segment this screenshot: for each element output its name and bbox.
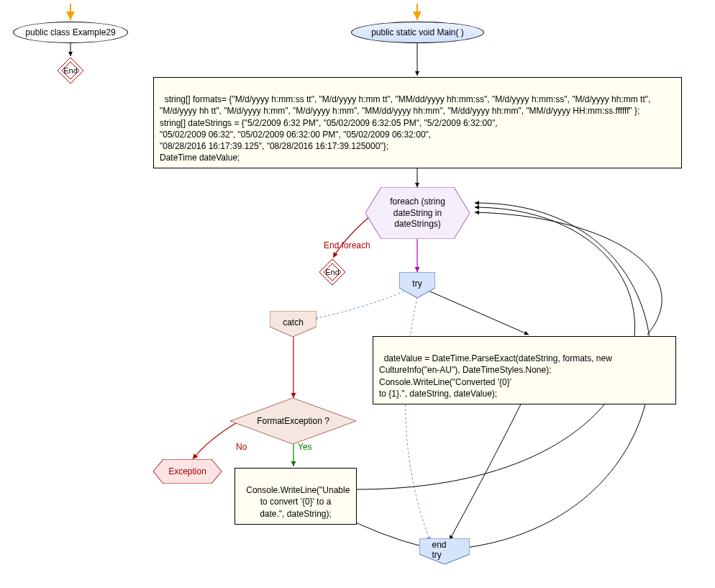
- yes-label: Yes: [298, 442, 312, 452]
- exception-node: Exception: [153, 459, 222, 484]
- exception-label: Exception: [168, 466, 206, 476]
- svg-line-6: [430, 291, 529, 335]
- format-exception-node: FormatException ?: [230, 398, 356, 444]
- catch-node: catch: [270, 311, 316, 337]
- try-label: try: [412, 279, 422, 289]
- try-node: try: [399, 272, 435, 298]
- no-label: No: [236, 442, 247, 452]
- class-header-node: public class Example29: [13, 22, 128, 43]
- declarations-box: string[] formats= {"M/d/yyyy h:mm:ss tt"…: [153, 77, 682, 168]
- main-header-node: public static void Main( ): [351, 22, 484, 43]
- foreach-end-node: End: [318, 258, 347, 286]
- foreach-label: foreach (string dateString in dateString…: [376, 196, 460, 230]
- catch-body-box: Console.WriteLine("Unable to convert '{0…: [234, 468, 357, 525]
- foreach-node: foreach (string dateString in dateString…: [365, 187, 470, 239]
- foreach-end-label: End: [325, 268, 340, 276]
- declarations-text: string[] formats= {"M/d/yyyy h:mm:ss tt"…: [160, 94, 653, 163]
- catch-body-text: Console.WriteLine("Unable to convert '{0…: [246, 485, 350, 518]
- class-end-label: End: [63, 66, 78, 75]
- end-try-node: end try: [419, 538, 470, 564]
- class-header-label: public class Example29: [25, 27, 115, 37]
- catch-label: catch: [283, 317, 304, 327]
- class-end-node: End: [56, 56, 85, 85]
- end-foreach-label: End foreach: [324, 240, 370, 250]
- format-exception-label: FormatException ?: [257, 416, 329, 426]
- main-header-label: public static void Main( ): [371, 27, 464, 37]
- try-body-box: dateValue = DateTime.ParseExact(dateStri…: [373, 336, 676, 404]
- try-body-text: dateValue = DateTime.ParseExact(dateStri…: [379, 353, 612, 399]
- end-try-label: end try: [432, 540, 457, 560]
